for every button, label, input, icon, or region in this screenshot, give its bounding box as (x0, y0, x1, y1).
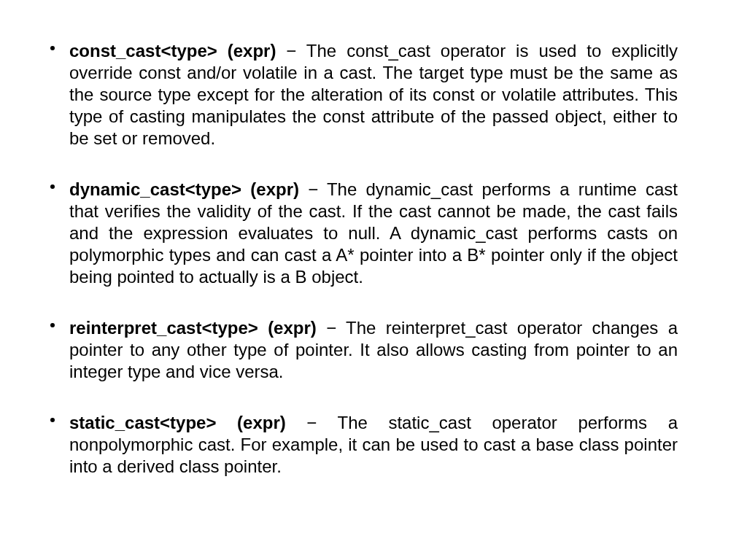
term: static_cast<type> (expr) (69, 413, 286, 432)
bullet-icon (50, 46, 55, 50)
slide-content: const_cast<type> (expr) − The const_cast… (0, 0, 747, 560)
bullet-icon (50, 418, 55, 422)
bullet-icon (50, 323, 55, 327)
term: const_cast<type> (expr) (69, 41, 276, 61)
list-item: dynamic_cast<type> (expr) − The dynamic_… (69, 179, 678, 288)
list-item: reinterpret_cast<type> (expr) − The rein… (69, 317, 678, 383)
term: dynamic_cast<type> (expr) (69, 179, 299, 199)
term: reinterpret_cast<type> (expr) (69, 318, 317, 338)
list-item: const_cast<type> (expr) − The const_cast… (69, 40, 678, 149)
bullet-list: const_cast<type> (expr) − The const_cast… (69, 40, 678, 478)
list-item: static_cast<type> (expr) − The static_ca… (69, 412, 678, 478)
bullet-icon (50, 184, 55, 189)
